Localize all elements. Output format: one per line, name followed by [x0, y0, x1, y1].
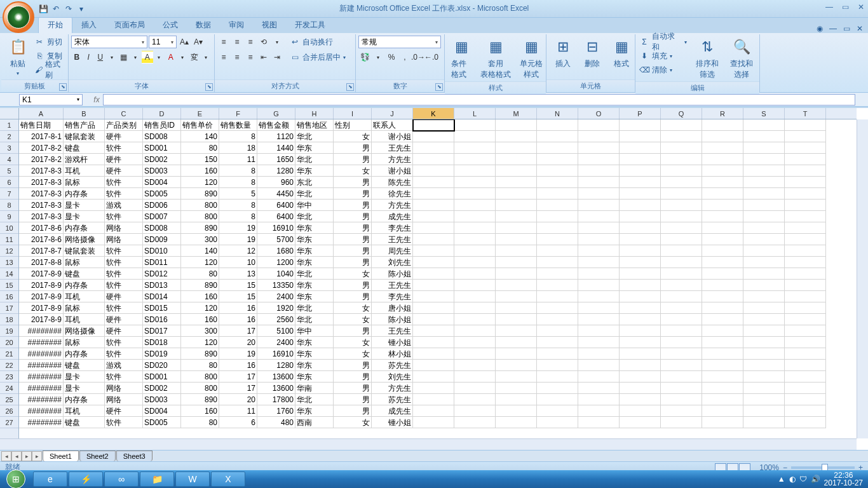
- cell[interactable]: [413, 394, 454, 405]
- cell[interactable]: 周先生: [372, 245, 413, 257]
- orientation-icon[interactable]: ⟲: [257, 36, 270, 48]
- cell[interactable]: [785, 234, 826, 245]
- cell[interactable]: SD001: [143, 371, 181, 383]
- cell[interactable]: [743, 257, 785, 268]
- cell[interactable]: [661, 371, 702, 383]
- close-icon[interactable]: ✕: [858, 3, 864, 11]
- cell[interactable]: 160: [181, 165, 219, 177]
- cell[interactable]: 网络摄像: [64, 325, 105, 337]
- cell[interactable]: [454, 222, 496, 234]
- cell[interactable]: [702, 268, 743, 280]
- cell[interactable]: [620, 314, 661, 325]
- cell[interactable]: [578, 177, 620, 188]
- cell[interactable]: 2017-8-7: [19, 245, 64, 257]
- cell[interactable]: [661, 348, 702, 360]
- col-header-G[interactable]: G: [257, 108, 295, 119]
- cell[interactable]: [537, 417, 578, 428]
- cell[interactable]: SD005: [143, 417, 181, 428]
- cell[interactable]: 20: [219, 394, 257, 405]
- ribbon-restore-icon[interactable]: ▭: [843, 24, 850, 33]
- cell[interactable]: [454, 188, 496, 200]
- cell[interactable]: [578, 200, 620, 211]
- cell[interactable]: [743, 360, 785, 371]
- col-header-J[interactable]: J: [372, 108, 413, 119]
- cell[interactable]: 2017-8-2: [19, 142, 64, 154]
- fontcolor-more[interactable]: ▾: [177, 51, 189, 64]
- cell[interactable]: 男: [334, 222, 372, 234]
- cell[interactable]: [413, 211, 454, 222]
- cell[interactable]: [620, 188, 661, 200]
- cell[interactable]: [578, 314, 620, 325]
- fx-icon[interactable]: fx: [90, 95, 103, 104]
- cell[interactable]: [454, 280, 496, 291]
- ribbon-minimize-icon[interactable]: —: [829, 24, 837, 33]
- cell[interactable]: 800: [181, 200, 219, 211]
- cell[interactable]: [743, 325, 785, 337]
- cell[interactable]: 男: [334, 291, 372, 302]
- percent-icon[interactable]: %: [385, 51, 398, 64]
- cell[interactable]: 480: [257, 417, 295, 428]
- conditional-format-button[interactable]: ▦条件格式: [447, 36, 475, 81]
- cell[interactable]: 150: [181, 154, 219, 165]
- cell[interactable]: 女: [334, 348, 372, 360]
- cell[interactable]: 方先生: [372, 200, 413, 211]
- row-header-17[interactable]: 17: [0, 302, 18, 314]
- cell[interactable]: 软件: [105, 142, 143, 154]
- cell[interactable]: 女: [334, 268, 372, 280]
- cell[interactable]: 13600: [257, 383, 295, 394]
- cell[interactable]: [661, 142, 702, 154]
- cell[interactable]: [537, 188, 578, 200]
- cell[interactable]: 耳机: [64, 405, 105, 417]
- indent-dec-icon[interactable]: ⇤: [257, 51, 270, 64]
- cell[interactable]: 软件: [105, 348, 143, 360]
- cell[interactable]: 华东: [295, 165, 334, 177]
- tab-review[interactable]: 审阅: [220, 17, 253, 33]
- cell[interactable]: 2560: [257, 314, 295, 325]
- cell[interactable]: ########: [19, 325, 64, 337]
- cell[interactable]: ########: [19, 405, 64, 417]
- cell[interactable]: 销售金额: [257, 119, 295, 131]
- cell[interactable]: [702, 119, 743, 131]
- cell[interactable]: [661, 383, 702, 394]
- tab-formulas[interactable]: 公式: [154, 17, 187, 33]
- cell[interactable]: [537, 234, 578, 245]
- cell[interactable]: 1920: [257, 302, 295, 314]
- cell[interactable]: 男: [334, 177, 372, 188]
- cell[interactable]: [454, 291, 496, 302]
- cell[interactable]: 华东: [295, 222, 334, 234]
- cell[interactable]: [454, 177, 496, 188]
- taskbar-app-ie[interactable]: e: [33, 471, 67, 487]
- cell[interactable]: 80: [181, 142, 219, 154]
- row-header-4[interactable]: 4: [0, 154, 18, 165]
- col-header-C[interactable]: C: [105, 108, 143, 119]
- row-header-24[interactable]: 24: [0, 383, 18, 394]
- cell[interactable]: 联系人: [372, 119, 413, 131]
- cell[interactable]: [537, 337, 578, 348]
- col-header-F[interactable]: F: [219, 108, 257, 119]
- cell[interactable]: [413, 257, 454, 268]
- cell[interactable]: [702, 177, 743, 188]
- cell[interactable]: 800: [181, 211, 219, 222]
- cell[interactable]: [743, 200, 785, 211]
- cell[interactable]: [743, 417, 785, 428]
- cell[interactable]: 内存条: [64, 188, 105, 200]
- cell[interactable]: 男: [334, 142, 372, 154]
- cell[interactable]: [496, 405, 537, 417]
- cell[interactable]: 华东: [295, 142, 334, 154]
- cell[interactable]: 内存条: [64, 348, 105, 360]
- tab-pagelayout[interactable]: 页面布局: [105, 17, 154, 33]
- cell[interactable]: 2017-8-6: [19, 234, 64, 245]
- row-header-27[interactable]: 27: [0, 417, 18, 428]
- align-left-icon[interactable]: ≡: [217, 51, 230, 64]
- cell[interactable]: [454, 154, 496, 165]
- cut-button[interactable]: ✂剪切: [33, 36, 65, 48]
- cell[interactable]: 耳机: [64, 314, 105, 325]
- maximize-icon[interactable]: ▭: [842, 3, 849, 11]
- cell[interactable]: 16910: [257, 222, 295, 234]
- cell[interactable]: [454, 325, 496, 337]
- align-bottom-icon[interactable]: ≡: [244, 36, 257, 48]
- vertical-scrollbar[interactable]: [857, 119, 868, 438]
- cell[interactable]: [578, 337, 620, 348]
- cell[interactable]: [743, 165, 785, 177]
- cell[interactable]: ########: [19, 383, 64, 394]
